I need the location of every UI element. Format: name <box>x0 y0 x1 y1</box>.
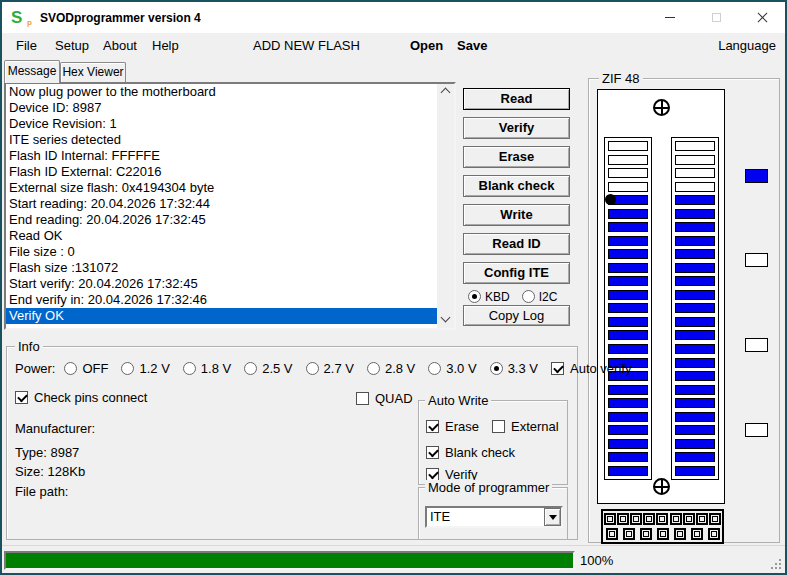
log-line[interactable]: End reading: 20.04.2026 17:32:45 <box>6 212 437 228</box>
auto-verify-label: Auto verify <box>570 361 631 376</box>
pin-slot <box>608 344 648 354</box>
menu-file[interactable]: File <box>16 38 37 53</box>
pin-slot <box>608 452 648 462</box>
check-pins-label: Check pins connect <box>34 390 147 405</box>
log-line[interactable]: Flash size :131072 <box>6 260 437 276</box>
menu-open[interactable]: Open <box>410 38 443 53</box>
scroll-down-button[interactable] <box>437 312 454 328</box>
blank-check-button[interactable]: Blank check <box>463 175 570 197</box>
log-line[interactable]: Start reading: 20.04.2026 17:32:44 <box>6 196 437 212</box>
config-ite-button[interactable]: Config ITE <box>463 262 570 284</box>
tab-hex-viewer[interactable]: Hex Viewer <box>60 62 126 82</box>
check-pins-checkbox[interactable]: Check pins connect <box>15 390 147 405</box>
kbd-radio[interactable]: KBD <box>468 290 510 304</box>
dropdown-arrow-icon <box>549 515 557 520</box>
menu-about[interactable]: About <box>103 38 137 53</box>
log-line[interactable]: Flash ID Internal: FFFFFE <box>6 148 437 164</box>
window-title: SVODprogrammer version 4 <box>40 11 201 25</box>
log-scrollbar[interactable] <box>437 84 454 328</box>
manufacturer-label: Manufacturer: <box>15 421 95 436</box>
log-line[interactable]: Read OK <box>6 228 437 244</box>
socket-indicator <box>745 338 768 352</box>
menu-help[interactable]: Help <box>152 38 179 53</box>
connector-pin <box>623 528 635 540</box>
log-line[interactable]: External size flash: 0x4194304 byte <box>6 180 437 196</box>
power-radio-12v[interactable]: 1.2 V <box>121 361 169 376</box>
menu-save[interactable]: Save <box>457 38 487 53</box>
connector-pin <box>617 513 629 525</box>
connector-pin <box>691 528 703 540</box>
power-radio-label: 3.3 V <box>508 361 538 376</box>
pin-slot <box>608 439 648 449</box>
zif48-title: ZIF 48 <box>599 71 643 86</box>
log-line[interactable]: Flash ID External: C22016 <box>6 164 437 180</box>
minimize-button[interactable] <box>647 2 693 33</box>
log-line[interactable]: File size : 0 <box>6 244 437 260</box>
verify-button[interactable]: Verify <box>463 117 570 139</box>
log-line[interactable]: Device Revision: 1 <box>6 116 437 132</box>
erase-button[interactable]: Erase <box>463 146 570 168</box>
pin-slot <box>608 385 648 395</box>
power-radio-18v[interactable]: 1.8 V <box>183 361 231 376</box>
message-log[interactable]: Now plug power to the motherboardDevice … <box>4 82 456 330</box>
read-button[interactable]: Read <box>463 88 570 110</box>
power-radio-off[interactable]: OFF <box>64 361 108 376</box>
connector-pin <box>604 513 616 525</box>
log-line[interactable]: Device ID: 8987 <box>6 100 437 116</box>
mode-dropdown[interactable]: ITE <box>425 506 563 528</box>
mode-title: Mode of programmer <box>425 480 552 495</box>
menu-add-new-flash[interactable]: ADD NEW FLASH <box>253 38 360 53</box>
pin-slot <box>675 276 715 286</box>
power-radio-30v[interactable]: 3.0 V <box>428 361 476 376</box>
quad-label: QUAD <box>375 391 413 406</box>
log-line[interactable]: Verify OK <box>6 308 437 324</box>
power-radio-27v[interactable]: 2.7 V <box>306 361 354 376</box>
pin-slot <box>675 330 715 340</box>
i2c-radio[interactable]: I2C <box>522 290 558 304</box>
pin-slot <box>608 182 648 192</box>
resize-grip-icon[interactable] <box>779 567 781 569</box>
maximize-button[interactable] <box>693 2 739 33</box>
autowrite-blank-check-checkbox[interactable]: Blank check <box>426 445 515 460</box>
type-value: 8987 <box>50 445 79 460</box>
pin-slot <box>675 155 715 165</box>
checkbox-icon <box>492 420 505 433</box>
power-radio-label: 3.0 V <box>446 361 476 376</box>
app-icon-letter: S <box>11 8 22 27</box>
i2c-radio-label: I2C <box>539 290 558 304</box>
quad-checkbox[interactable]: QUAD <box>356 391 413 406</box>
titlebar: S p SVODprogrammer version 4 <box>2 2 785 33</box>
log-line[interactable]: Now plug power to the motherboard <box>6 84 437 100</box>
auto-write-title: Auto Write <box>425 393 491 408</box>
power-radio-28v[interactable]: 2.8 V <box>367 361 415 376</box>
log-line[interactable]: ITE series detected <box>6 132 437 148</box>
pin-slot <box>608 303 648 313</box>
menu-language[interactable]: Language <box>718 38 776 53</box>
scroll-up-button[interactable] <box>437 84 454 100</box>
radio-icon <box>522 290 535 303</box>
power-radio-33v[interactable]: 3.3 V <box>490 361 538 376</box>
maximize-icon <box>712 13 721 22</box>
log-line[interactable]: Start verify: 20.04.2026 17:32:45 <box>6 276 437 292</box>
tab-message[interactable]: Message <box>4 60 60 83</box>
pin1-marker-dot <box>605 194 616 205</box>
autowrite-external-checkbox[interactable]: External <box>492 419 559 434</box>
auto-verify-checkbox[interactable]: Auto verify <box>551 361 631 376</box>
autowrite-erase-checkbox[interactable]: Erase <box>426 419 479 434</box>
pin-slot <box>608 276 648 286</box>
pin-slot <box>608 466 648 476</box>
mode-dropdown-button[interactable] <box>544 508 561 526</box>
power-radio-label: 1.8 V <box>201 361 231 376</box>
power-radio-label: 2.7 V <box>324 361 354 376</box>
close-button[interactable] <box>739 2 785 33</box>
menu-setup[interactable]: Setup <box>55 38 89 53</box>
log-line[interactable]: End verify in: 20.04.2026 17:32:46 <box>6 292 437 308</box>
menubar: File Setup About Help ADD NEW FLASH Open… <box>2 33 785 58</box>
pin-slot <box>675 182 715 192</box>
read-id-button[interactable]: Read ID <box>463 233 570 255</box>
power-radio-25v[interactable]: 2.5 V <box>244 361 292 376</box>
pin-slot <box>608 330 648 340</box>
connector-pin <box>640 528 652 540</box>
copy-log-button[interactable]: Copy Log <box>463 305 570 326</box>
write-button[interactable]: Write <box>463 204 570 226</box>
